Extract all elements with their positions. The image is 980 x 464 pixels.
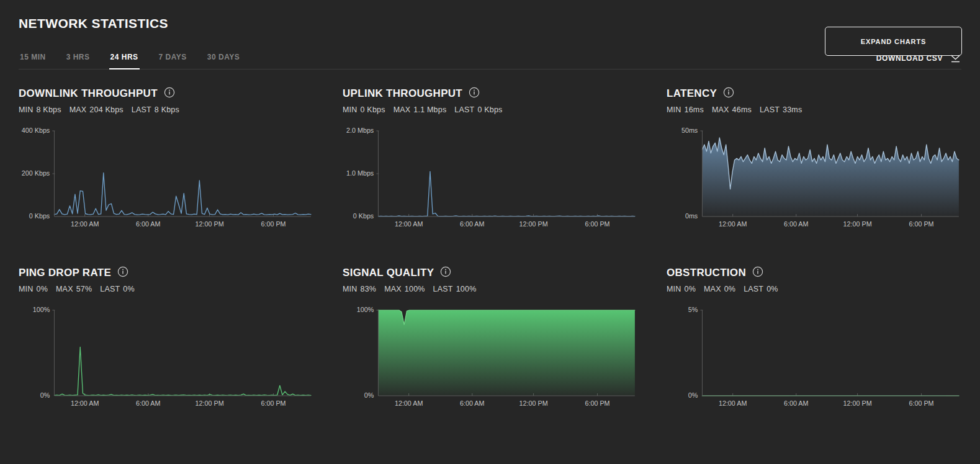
stat-min-label: MIN [667,105,681,114]
svg-text:6:00 AM: 6:00 AM [784,399,808,407]
info-icon[interactable] [164,87,175,100]
svg-text:1.0 Mbps: 1.0 Mbps [346,170,374,177]
stat-last-label: LAST [100,285,120,293]
svg-text:200 Kbps: 200 Kbps [22,170,50,177]
download-csv-label: DOWNLOAD CSV [876,54,943,63]
svg-text:0ms: 0ms [685,213,698,220]
chart-stats: MIN0 KbpsMAX1.1 MbpsLAST0 Kbps [343,105,637,114]
svg-text:6:00 PM: 6:00 PM [261,399,285,407]
card-title: SIGNAL QUALITY [343,267,434,279]
stat-min-label: MIN [343,105,357,114]
signal-quality-chart: 100%0%12:00 AM6:00 AM12:00 PM6:00 PM [343,304,637,411]
svg-text:6:00 PM: 6:00 PM [585,220,609,228]
svg-text:0%: 0% [40,392,50,399]
svg-text:6:00 AM: 6:00 AM [460,220,484,228]
card-title: OBSTRUCTION [667,267,746,279]
tab-3-hrs[interactable]: 3 HRS [65,53,91,69]
ping-drop-rate-chart: 100%0%12:00 AM6:00 AM12:00 PM6:00 PM [19,304,313,411]
chart-stats: MIN83%MAX100%LAST100% [343,285,637,293]
svg-text:0%: 0% [688,392,698,399]
stat-min-value: 0% [37,285,48,293]
svg-text:12:00 PM: 12:00 PM [519,399,548,407]
svg-text:12:00 AM: 12:00 AM [395,220,423,228]
svg-text:100%: 100% [33,306,50,314]
stat-min-label: MIN [19,285,34,293]
svg-text:2.0 Mbps: 2.0 Mbps [346,127,374,135]
card-title: PING DROP RATE [19,267,111,279]
chart-stats: MIN0%MAX57%LAST0% [19,285,313,293]
stat-max-label: MAX [704,285,721,293]
svg-text:5%: 5% [688,306,698,314]
svg-text:6:00 AM: 6:00 AM [136,220,160,228]
svg-text:6:00 PM: 6:00 PM [909,220,933,228]
svg-text:6:00 AM: 6:00 AM [136,399,160,407]
latency-chart: 50ms0ms12:00 AM6:00 AM12:00 PM6:00 PM [667,125,961,231]
svg-text:12:00 PM: 12:00 PM [196,399,224,407]
svg-text:6:00 PM: 6:00 PM [585,399,609,407]
chart-card-uplink: UPLINK THROUGHPUT MIN0 KbpsMAX1.1 MbpsLA… [343,87,637,231]
svg-text:100%: 100% [357,306,374,314]
svg-text:6:00 PM: 6:00 PM [261,220,285,228]
stat-min-value: 8 Kbps [37,105,61,114]
stat-min-label: MIN [19,105,34,114]
obstruction-chart: 5%0%12:00 AM6:00 AM12:00 PM6:00 PM [667,304,961,411]
svg-text:0 Kbps: 0 Kbps [29,213,50,220]
uplink-throughput-chart: 2.0 Mbps1.0 Mbps0 Kbps12:00 AM6:00 AM12:… [343,125,637,231]
stat-min-label: MIN [343,285,357,293]
stat-last-label: LAST [433,285,453,293]
network-statistics-page: NETWORK STATISTICS EXPAND CHARTS 15 MIN … [0,16,980,464]
expand-charts-button[interactable]: EXPAND CHARTS [825,27,962,56]
svg-text:6:00 AM: 6:00 AM [784,220,808,228]
tab-30-days[interactable]: 30 DAYS [206,53,241,69]
svg-text:12:00 AM: 12:00 AM [71,220,99,228]
download-csv-button[interactable]: DOWNLOAD CSV [876,53,961,63]
info-icon[interactable] [469,87,480,100]
stat-last-value: 33ms [783,105,802,114]
stat-max-value: 1.1 Mbps [413,105,446,114]
stat-max-value: 57% [76,285,92,293]
svg-text:12:00 PM: 12:00 PM [843,220,872,228]
tab-24-hrs[interactable]: 24 HRS [109,53,140,69]
stat-last-label: LAST [760,105,780,114]
svg-text:6:00 PM: 6:00 PM [909,399,933,407]
chart-card-latency: LATENCY MIN16msMAX46msLAST33ms 50ms0ms12… [667,87,961,231]
stat-min-label: MIN [667,285,681,293]
svg-text:12:00 PM: 12:00 PM [196,220,224,228]
stat-max-label: MAX [712,105,729,114]
chart-card-downlink: DOWNLINK THROUGHPUT MIN8 KbpsMAX204 Kbps… [19,87,313,231]
svg-text:12:00 PM: 12:00 PM [519,220,548,228]
stat-min-value: 16ms [685,105,704,114]
svg-text:6:00 AM: 6:00 AM [460,399,484,407]
stat-min-value: 83% [361,285,377,293]
stat-last-value: 0% [766,285,778,293]
stat-last-label: LAST [132,105,151,114]
chart-stats: MIN8 KbpsMAX204 KbpsLAST8 Kbps [19,105,313,114]
charts-grid: DOWNLINK THROUGHPUT MIN8 KbpsMAX204 Kbps… [19,87,961,411]
stat-last-value: 0% [123,285,134,293]
info-icon[interactable] [752,266,763,280]
tab-15-min[interactable]: 15 MIN [19,53,47,69]
stat-last-value: 8 Kbps [155,105,179,114]
info-icon[interactable] [117,266,128,280]
tab-7-days[interactable]: 7 DAYS [158,53,188,69]
stat-last-value: 0 Kbps [477,105,502,114]
downlink-throughput-chart: 400 Kbps200 Kbps0 Kbps12:00 AM6:00 AM12:… [19,125,313,231]
chart-card-signal-quality: SIGNAL QUALITY MIN83%MAX100%LAST100% 100… [343,266,637,411]
svg-text:12:00 PM: 12:00 PM [843,399,872,407]
info-icon[interactable] [440,266,451,280]
time-range-tabs: 15 MIN 3 HRS 24 HRS 7 DAYS 30 DAYS DOWNL… [19,53,961,69]
stat-max-value: 0% [724,285,735,293]
card-title: DOWNLINK THROUGHPUT [19,87,158,100]
stat-last-label: LAST [454,105,474,114]
stat-max-label: MAX [384,285,402,293]
svg-text:12:00 AM: 12:00 AM [719,399,747,407]
info-icon[interactable] [723,87,734,100]
chevron-down-icon [950,53,961,63]
stat-last-value: 100% [456,285,477,293]
chart-stats: MIN16msMAX46msLAST33ms [667,105,961,114]
stat-min-value: 0 Kbps [361,105,385,114]
chart-card-ping-drop-rate: PING DROP RATE MIN0%MAX57%LAST0% 100%0%1… [19,266,313,411]
svg-text:50ms: 50ms [681,127,698,135]
stat-max-value: 204 Kbps [89,105,123,114]
svg-text:0%: 0% [364,392,374,399]
